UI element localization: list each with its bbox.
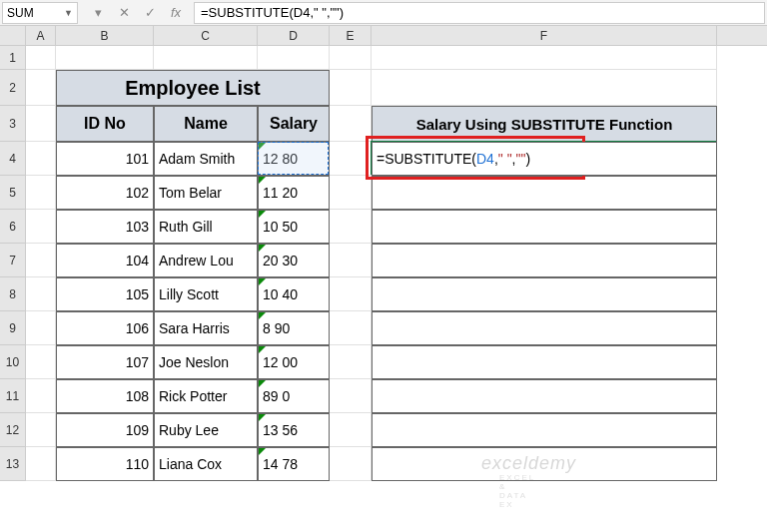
cell[interactable] (330, 277, 372, 311)
cell[interactable] (258, 46, 330, 70)
cell-id[interactable]: 107 (56, 345, 154, 379)
cell[interactable] (330, 413, 372, 447)
cell-output[interactable] (372, 345, 717, 379)
cell[interactable] (26, 447, 56, 481)
cancel-icon[interactable]: ✕ (112, 3, 136, 23)
cell-output[interactable] (372, 379, 717, 413)
cell-name[interactable]: Sara Harris (154, 311, 258, 345)
row-head-7[interactable]: 7 (0, 244, 26, 277)
row-head-1[interactable]: 1 (0, 46, 26, 70)
row-head-6[interactable]: 6 (0, 210, 26, 244)
cell[interactable] (330, 311, 372, 345)
col-head-A[interactable]: A (26, 26, 56, 45)
cell-id[interactable]: 103 (56, 210, 154, 244)
header-name[interactable]: Name (154, 106, 258, 142)
cell[interactable] (330, 379, 372, 413)
cell-output[interactable] (372, 311, 717, 345)
cell-salary[interactable]: 12 80 (258, 142, 330, 176)
cell-salary[interactable]: 13 56 (258, 413, 330, 447)
cell-salary[interactable]: 10 50 (258, 210, 330, 244)
right-header[interactable]: Salary Using SUBSTITUTE Function (372, 106, 717, 142)
cell[interactable] (330, 176, 372, 210)
cell-salary[interactable]: 89 0 (258, 379, 330, 413)
cell[interactable] (26, 176, 56, 210)
col-head-B[interactable]: B (56, 26, 154, 45)
cell-output[interactable] (372, 244, 717, 277)
row-head-11[interactable]: 11 (0, 379, 26, 413)
cell-id[interactable]: 108 (56, 379, 154, 413)
cell[interactable] (330, 106, 372, 142)
cell-salary[interactable]: 14 78 (258, 447, 330, 481)
cell-name[interactable]: Joe Neslon (154, 345, 258, 379)
cell[interactable] (330, 210, 372, 244)
cell[interactable] (26, 106, 56, 142)
cell[interactable] (26, 345, 56, 379)
formula-input[interactable]: =SUBSTITUTE(D4," ","") (194, 2, 765, 24)
row-head-3[interactable]: 3 (0, 106, 26, 142)
cell-id[interactable]: 105 (56, 277, 154, 311)
table-title[interactable]: Employee List (56, 70, 330, 106)
cell-name[interactable]: Liana Cox (154, 447, 258, 481)
row-head-5[interactable]: 5 (0, 176, 26, 210)
cell[interactable] (26, 46, 56, 70)
cell[interactable] (154, 46, 258, 70)
header-salary[interactable]: Salary (258, 106, 330, 142)
cell-output[interactable] (372, 277, 717, 311)
cell-salary[interactable]: 11 20 (258, 176, 330, 210)
cell[interactable] (330, 244, 372, 277)
cell[interactable] (330, 447, 372, 481)
cell[interactable] (330, 345, 372, 379)
formula-cell[interactable]: =SUBSTITUTE(D4," ","") (372, 142, 717, 176)
row-head-13[interactable]: 13 (0, 447, 26, 481)
cell-id[interactable]: 104 (56, 244, 154, 277)
cell-id[interactable]: 101 (56, 142, 154, 176)
row-head-10[interactable]: 10 (0, 345, 26, 379)
cell-name[interactable]: Andrew Lou (154, 244, 258, 277)
cell-name[interactable]: Rick Potter (154, 379, 258, 413)
cell[interactable] (26, 413, 56, 447)
cell[interactable] (26, 311, 56, 345)
cell[interactable] (56, 46, 154, 70)
cell[interactable] (330, 142, 372, 176)
cell[interactable] (372, 70, 717, 106)
col-head-C[interactable]: C (154, 26, 258, 45)
cell[interactable] (26, 70, 56, 106)
col-head-D[interactable]: D (258, 26, 330, 45)
cell-id[interactable]: 109 (56, 413, 154, 447)
cell[interactable] (26, 379, 56, 413)
cell[interactable] (372, 46, 717, 70)
cell-id[interactable]: 106 (56, 311, 154, 345)
cell[interactable] (26, 244, 56, 277)
row-head-12[interactable]: 12 (0, 413, 26, 447)
cell[interactable] (330, 46, 372, 70)
cell-salary[interactable]: 12 00 (258, 345, 330, 379)
cell[interactable] (26, 277, 56, 311)
row-head-9[interactable]: 9 (0, 311, 26, 345)
dropdown-icon[interactable]: ▾ (86, 3, 110, 23)
cell[interactable] (26, 210, 56, 244)
cell-output[interactable] (372, 413, 717, 447)
header-id[interactable]: ID No (56, 106, 154, 142)
row-head-2[interactable]: 2 (0, 70, 26, 106)
cell-salary[interactable]: 20 30 (258, 244, 330, 277)
col-head-E[interactable]: E (330, 26, 372, 45)
enter-icon[interactable]: ✓ (138, 3, 162, 23)
name-box[interactable]: SUM ▼ (2, 2, 78, 24)
cell-name[interactable]: Ruth Gill (154, 210, 258, 244)
cell-name[interactable]: Tom Belar (154, 176, 258, 210)
row-head-4[interactable]: 4 (0, 142, 26, 176)
cell[interactable] (26, 142, 56, 176)
cell-id[interactable]: 102 (56, 176, 154, 210)
fx-icon[interactable]: fx (164, 3, 188, 23)
cell-id[interactable]: 110 (56, 447, 154, 481)
chevron-down-icon[interactable]: ▼ (64, 8, 73, 18)
cell-output[interactable] (372, 210, 717, 244)
cell-name[interactable]: Lilly Scott (154, 277, 258, 311)
cell[interactable] (330, 70, 372, 106)
cell-salary[interactable]: 10 40 (258, 277, 330, 311)
cell-output[interactable] (372, 176, 717, 210)
col-head-F[interactable]: F (372, 26, 717, 45)
row-head-8[interactable]: 8 (0, 277, 26, 311)
select-all-corner[interactable] (0, 26, 26, 45)
cell-name[interactable]: Adam Smith (154, 142, 258, 176)
